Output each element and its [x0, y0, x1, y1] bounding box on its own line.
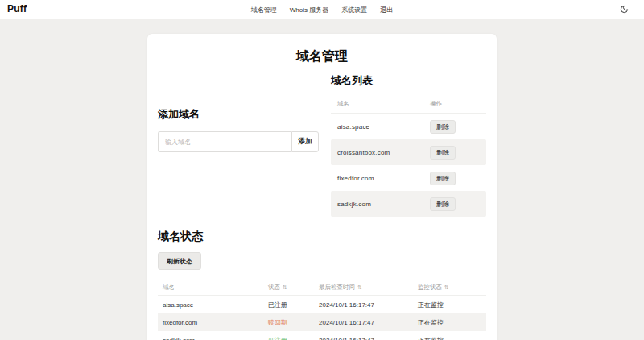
add-domain-section: 添加域名 添加: [158, 107, 319, 152]
last-checked-time: 2024/10/1 16:17:47: [319, 319, 418, 326]
nav-item-system-settings[interactable]: 系统设置: [341, 6, 367, 15]
table-row: aisa.space 删除: [331, 114, 486, 139]
column-header-domain: 域名: [337, 100, 430, 108]
nav-item-domain-management[interactable]: 域名管理: [251, 6, 277, 15]
refresh-status-button[interactable]: 刷新状态: [158, 252, 201, 270]
table-row: fixedfor.com 赎回期 2024/10/1 16:17:47 正在监控: [158, 313, 486, 331]
status-badge: 可注册: [268, 336, 319, 340]
domain-list-heading: 域名列表: [331, 73, 486, 88]
nav-links: 域名管理 Whois 服务器 系统设置 退出: [0, 0, 644, 19]
column-header-monitor: 监控状态⇅: [418, 284, 481, 292]
domain-status-table: 域名 状态⇅ 最后检查时间⇅ 监控状态⇅ aisa.space 已注册 2024…: [158, 280, 486, 340]
nav-item-whois-servers[interactable]: Whois 服务器: [290, 6, 328, 15]
sort-icon[interactable]: ⇅: [283, 284, 287, 290]
domain-name: fixedfor.com: [163, 319, 268, 326]
last-checked-time: 2024/10/1 16:17:47: [319, 337, 418, 340]
add-domain-heading: 添加域名: [158, 107, 319, 122]
monitor-status: 正在监控: [418, 301, 481, 309]
table-row: aisa.space 已注册 2024/10/1 16:17:47 正在监控: [158, 296, 486, 313]
sort-icon[interactable]: ⇅: [444, 284, 449, 290]
table-row: fixedfor.com 删除: [331, 165, 486, 191]
column-header-status: 状态⇅: [268, 284, 319, 292]
dark-mode-toggle[interactable]: [618, 3, 630, 15]
add-domain-button[interactable]: 添加: [291, 131, 319, 152]
domain-status-section: 域名状态 刷新状态 域名 状态⇅ 最后检查时间⇅ 监控状态⇅ aisa.spac…: [158, 230, 486, 340]
page-title: 域名管理: [158, 48, 486, 65]
domain-list-table: 域名 操作 aisa.space 删除 croissantbox.com 删除 …: [331, 94, 486, 217]
delete-button[interactable]: 删除: [430, 120, 456, 134]
add-domain-form: 添加: [158, 131, 319, 152]
table-row: sadkjk.com 删除: [331, 191, 486, 217]
column-header-domain: 域名: [163, 284, 268, 292]
monitor-status: 正在监控: [418, 336, 481, 340]
status-badge: 已注册: [268, 301, 319, 309]
monitor-status: 正在监控: [418, 318, 481, 327]
domain-input[interactable]: [158, 131, 291, 152]
top-navbar: Puff 域名管理 Whois 服务器 系统设置 退出: [0, 0, 644, 19]
delete-button[interactable]: 删除: [430, 146, 456, 160]
domain-name: sadkjk.com: [163, 337, 268, 340]
table-row: sadkjk.com 可注册 2024/10/1 16:17:47 正在监控: [158, 331, 486, 340]
main-card: 域名管理 添加域名 添加 域名列表 域名 操作 aisa.space: [147, 34, 497, 340]
moon-icon: [620, 5, 629, 14]
delete-button[interactable]: 删除: [430, 197, 456, 211]
sort-icon[interactable]: ⇅: [357, 284, 362, 290]
last-checked-time: 2024/10/1 16:17:47: [319, 301, 418, 309]
domain-name: sadkjk.com: [337, 201, 430, 208]
column-header-last-checked: 最后检查时间⇅: [319, 284, 418, 292]
domain-name: aisa.space: [337, 123, 430, 131]
nav-item-logout[interactable]: 退出: [380, 6, 393, 15]
delete-button[interactable]: 删除: [430, 172, 456, 185]
domain-name: fixedfor.com: [337, 175, 430, 182]
domain-name: croissantbox.com: [337, 149, 430, 156]
domain-list-header-row: 域名 操作: [331, 94, 486, 114]
column-header-action: 操作: [430, 100, 480, 108]
status-badge: 赎回期: [268, 318, 319, 327]
status-header-row: 域名 状态⇅ 最后检查时间⇅ 监控状态⇅: [158, 280, 486, 296]
domain-name: aisa.space: [163, 301, 268, 309]
table-row: croissantbox.com 删除: [331, 139, 486, 165]
domain-status-heading: 域名状态: [158, 230, 486, 244]
